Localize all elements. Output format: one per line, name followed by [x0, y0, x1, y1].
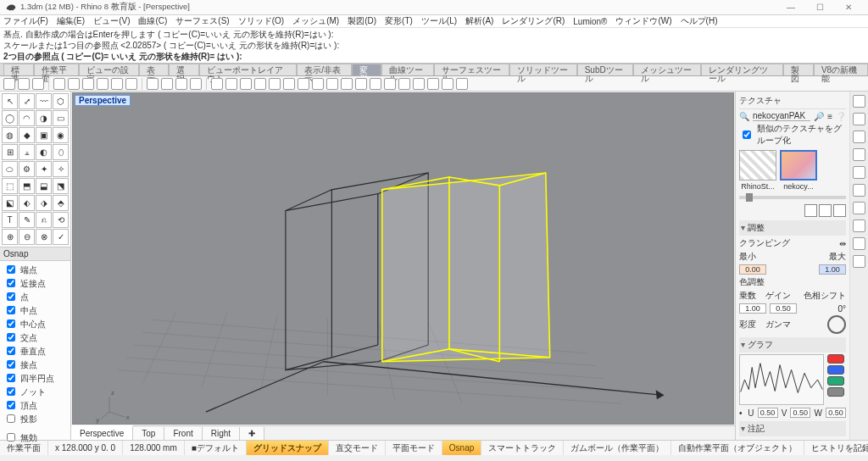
osnap-item[interactable]: 点 [3, 290, 67, 303]
tool-icon[interactable] [413, 78, 425, 90]
w-input[interactable]: 0.50 [826, 408, 846, 418]
osnap-checkbox[interactable] [7, 401, 15, 409]
osnap-item[interactable]: 近接点 [3, 276, 67, 290]
osnap-checkbox[interactable] [7, 333, 15, 342]
tool-icon[interactable] [326, 78, 338, 90]
thumb-size-slider[interactable] [739, 196, 846, 199]
close-button[interactable]: ✕ [834, 0, 863, 14]
menu-surface[interactable]: サーフェス(S) [175, 15, 229, 27]
panel-icon[interactable] [853, 131, 865, 143]
mult-input[interactable]: 1.00 [739, 303, 766, 314]
max-input[interactable]: 1.00 [819, 264, 846, 275]
toolbtn[interactable]: ◠ [19, 110, 35, 126]
tab-drafting[interactable]: 製図 [783, 64, 814, 75]
toolbtn[interactable]: ⊗ [36, 229, 52, 245]
texture-thumb[interactable]: RhinoSt... [739, 150, 776, 191]
status-ortho[interactable]: 直交モード [329, 441, 386, 455]
toolbtn[interactable]: ◍ [2, 127, 18, 143]
toolbtn[interactable]: ⬗ [36, 195, 52, 211]
tool-icon[interactable] [161, 78, 173, 90]
tool-icon[interactable] [254, 78, 266, 90]
tool-icon[interactable] [190, 78, 202, 90]
tab-select[interactable]: 選択 [169, 64, 199, 75]
osnap-item[interactable]: 端点 [3, 263, 67, 276]
toolbtn[interactable]: ⟲ [53, 212, 69, 228]
group-checkbox[interactable] [743, 131, 751, 139]
menu-edit[interactable]: 編集(E) [57, 15, 85, 27]
hue-dial[interactable] [827, 315, 846, 334]
view-list-icon[interactable] [819, 204, 832, 217]
tab-surftools[interactable]: サーフェスツール [434, 64, 509, 75]
group-similar[interactable]: 類似のテクスチャをグループ化 [739, 123, 846, 147]
toolbtn[interactable]: ◉ [53, 127, 69, 143]
menu-render[interactable]: レンダリング(R) [502, 15, 565, 27]
menu-lumion[interactable]: Lumion® [573, 17, 607, 26]
toolbtn[interactable]: ✦ [36, 161, 52, 177]
tool-icon[interactable] [384, 78, 396, 90]
panel-icon[interactable] [853, 166, 865, 179]
menu-tools[interactable]: ツール(L) [421, 15, 457, 27]
toolbtn[interactable]: ◆ [19, 127, 35, 143]
tool-icon[interactable] [442, 78, 453, 90]
command-area[interactable]: 基点. 自動作成の場合はEnterを押します ( コピー(C)=いいえ 元の形状… [0, 28, 868, 64]
panel-icon[interactable] [853, 255, 865, 268]
panel-icon[interactable] [853, 113, 865, 125]
toolbtn[interactable]: ↖ [2, 93, 18, 109]
tab-transform[interactable]: 変形 [352, 64, 382, 75]
tab-v8new[interactable]: V8の新機能 [814, 64, 868, 75]
tool-icon[interactable] [341, 78, 353, 90]
menu-window[interactable]: ウィンドウ(W) [615, 15, 671, 27]
tab-display[interactable]: 表示 [139, 64, 170, 75]
tool-icon[interactable] [283, 78, 295, 90]
tab-curvetools[interactable]: 曲線ツール [381, 64, 434, 75]
status-smarttrack[interactable]: スマートトラック [481, 441, 564, 455]
tool-icon[interactable] [370, 78, 381, 90]
tab-standard[interactable]: 標準 [3, 64, 34, 75]
view-tree-icon[interactable] [833, 204, 846, 217]
menu-analyze[interactable]: 解析(A) [465, 15, 493, 27]
panel-icon[interactable] [853, 202, 865, 214]
osnap-item[interactable]: 中心点 [3, 317, 67, 330]
swatch-blue[interactable] [827, 365, 844, 375]
swatch-green[interactable] [827, 376, 844, 386]
toolbtn[interactable]: ⬭ [2, 161, 18, 177]
toolbtn[interactable]: ⤢ [19, 93, 35, 109]
toolbtn[interactable]: ⬓ [36, 178, 52, 194]
gain-input[interactable]: 0.50 [770, 303, 797, 314]
osnap-checkbox[interactable] [7, 374, 15, 382]
tab-solidtools[interactable]: ソリッドツール [509, 64, 577, 75]
texture-thumb[interactable]: nekocy... [780, 150, 817, 191]
toolbtn[interactable]: ◑ [36, 110, 52, 126]
panel-icon[interactable] [853, 219, 865, 232]
viewtab-add[interactable]: ✚ [240, 427, 264, 440]
toolbtn[interactable]: ⬒ [19, 178, 35, 194]
tab-viewset[interactable]: ビューの設定 [79, 64, 139, 75]
min-input[interactable]: 0.00 [739, 264, 766, 275]
menu-mesh[interactable]: メッシュ(M) [292, 15, 339, 27]
status-history[interactable]: ヒストリを記録 [804, 441, 868, 455]
help-icon[interactable]: ❔ [836, 112, 846, 121]
toolbtn[interactable]: ⬯ [53, 144, 69, 160]
menu-icon[interactable]: ≡ [827, 112, 832, 121]
tool-icon[interactable] [269, 78, 281, 90]
osnap-item[interactable]: 垂直点 [3, 344, 67, 358]
toolbtn[interactable]: T [2, 212, 18, 228]
tool-icon[interactable] [97, 78, 108, 90]
menu-curve[interactable]: 曲線(C) [138, 15, 167, 27]
tool-icon[interactable] [398, 78, 410, 90]
tool-icon[interactable] [240, 78, 252, 90]
tool-icon[interactable] [32, 78, 44, 90]
toolbtn[interactable]: ⊖ [19, 229, 35, 245]
menu-file[interactable]: ファイル(F) [3, 15, 48, 27]
osnap-checkbox[interactable] [7, 279, 15, 287]
status-layer[interactable]: ■ デフォルト [185, 441, 247, 455]
panel-icon[interactable] [853, 184, 865, 197]
toolbtn[interactable]: ▣ [36, 127, 52, 143]
toolbtn[interactable]: ✎ [19, 212, 35, 228]
toolbtn[interactable]: ◯ [2, 110, 18, 126]
osnap-item[interactable]: 投影 [3, 412, 67, 425]
toolbtn[interactable]: 〰 [36, 93, 52, 109]
osnap-item[interactable]: ノット [3, 385, 67, 398]
toolbtn[interactable]: ⎌ [36, 212, 52, 228]
viewtab-right[interactable]: Right [203, 427, 240, 440]
